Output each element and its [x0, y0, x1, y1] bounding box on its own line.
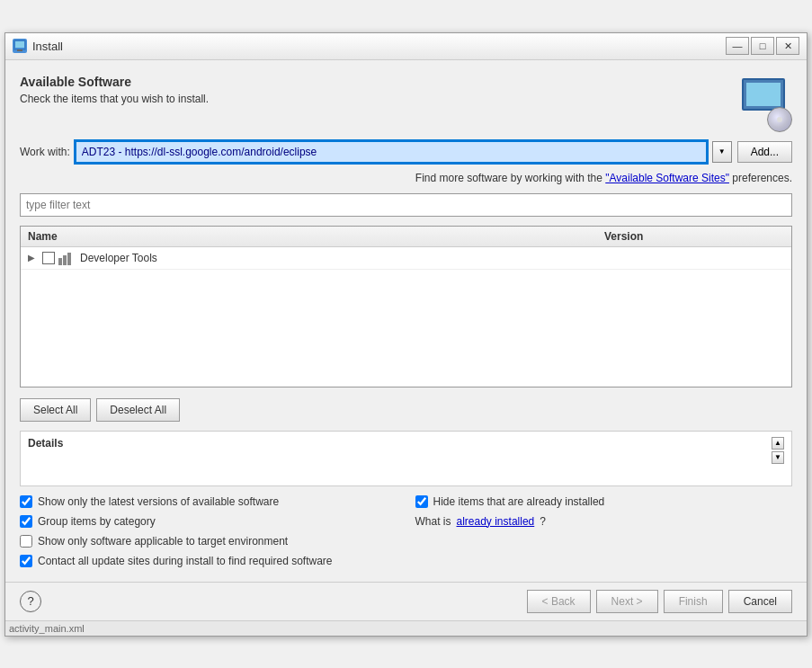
back-button[interactable]: < Back	[527, 590, 591, 613]
close-button[interactable]: ✕	[776, 37, 799, 55]
option-group-by-category-label: Group items by category	[38, 515, 156, 528]
footer: ? < Back Next > Finish Cancel	[5, 582, 807, 620]
work-with-input[interactable]	[76, 141, 707, 163]
details-scrollbar: ▲ ▼	[772, 437, 784, 464]
what-is-suffix: ?	[540, 515, 546, 528]
options-section: Show only the latest versions of availab…	[20, 495, 792, 567]
option-group-by-category-checkbox[interactable]	[20, 515, 32, 528]
help-button[interactable]: ?	[20, 591, 41, 612]
option-hide-installed-checkbox[interactable]	[415, 495, 428, 508]
work-with-dropdown[interactable]: ▼	[712, 141, 732, 163]
version-column-header: Version	[604, 230, 784, 243]
software-table: Name Version ▶ Developer Tools	[20, 226, 792, 387]
maximize-button[interactable]: □	[751, 37, 774, 55]
select-all-button[interactable]: Select All	[20, 398, 91, 422]
option-latest-versions[interactable]: Show only the latest versions of availab…	[20, 495, 397, 508]
taskbar-hint: activity_main.xml	[5, 620, 807, 636]
option-target-environment-checkbox[interactable]	[20, 535, 32, 548]
monitor-screen	[746, 83, 781, 106]
cancel-button[interactable]: Cancel	[728, 590, 792, 613]
option-hide-installed[interactable]: Hide items that are already installed	[415, 495, 793, 508]
header-section: Available Software Check the items that …	[20, 75, 792, 132]
row-checkbox[interactable]	[42, 252, 55, 264]
add-button[interactable]: Add...	[737, 141, 792, 163]
option-hide-installed-label: Hide items that are already installed	[433, 495, 605, 508]
deselect-all-button[interactable]: Deselect All	[96, 398, 180, 422]
what-is-prefix: What is	[415, 515, 451, 528]
next-button[interactable]: Next >	[596, 590, 658, 613]
header-text: Available Software Check the items that …	[20, 75, 209, 105]
option-contact-update-sites-checkbox[interactable]	[20, 555, 32, 567]
already-installed-link[interactable]: already installed	[457, 515, 535, 528]
details-section: Details ▲ ▼	[20, 431, 792, 486]
name-column-header: Name	[28, 230, 604, 243]
what-is-installed-row: What is already installed ?	[415, 515, 793, 528]
developer-tools-label: Developer Tools	[80, 252, 157, 264]
option-latest-versions-label: Show only the latest versions of availab…	[38, 495, 279, 508]
option-target-environment[interactable]: Show only software applicable to target …	[20, 535, 397, 548]
scroll-down-arrow[interactable]: ▼	[772, 451, 784, 464]
svg-rect-1	[15, 41, 24, 48]
section-subtitle: Check the items that you wish to install…	[20, 93, 209, 105]
filter-input[interactable]	[20, 193, 792, 217]
svg-rect-2	[17, 49, 22, 51]
details-label: Details	[28, 437, 63, 450]
option-contact-update-sites-label: Contact all update sites during install …	[38, 555, 333, 567]
action-buttons: Select All Deselect All	[20, 396, 792, 422]
option-latest-versions-checkbox[interactable]	[20, 495, 32, 508]
available-sites-link[interactable]: "Available Software Sites"	[605, 172, 729, 184]
options-right: Hide items that are already installed Wh…	[415, 495, 793, 567]
cd-icon	[767, 107, 792, 132]
monitor-icon	[742, 78, 785, 111]
window-icon	[13, 39, 27, 53]
options-left: Show only the latest versions of availab…	[20, 495, 397, 567]
details-content: Details	[28, 437, 63, 480]
option-contact-update-sites[interactable]: Contact all update sites during install …	[20, 555, 397, 567]
main-content: Available Software Check the items that …	[5, 60, 807, 582]
work-with-label: Work with:	[20, 146, 70, 158]
title-bar-controls: — □ ✕	[726, 37, 799, 55]
minimize-button[interactable]: —	[726, 37, 749, 55]
window-title: Install	[32, 40, 726, 53]
expand-arrow[interactable]: ▶	[28, 253, 42, 263]
work-with-section: Work with: ▼ Add...	[20, 141, 792, 163]
find-more-row: Find more software by working with the "…	[20, 172, 792, 184]
option-target-environment-label: Show only software applicable to target …	[38, 535, 288, 548]
table-header: Name Version	[21, 227, 791, 247]
find-more-text: Find more software by working with the "…	[415, 172, 792, 184]
scroll-up-arrow[interactable]: ▲	[772, 437, 784, 450]
option-group-by-category[interactable]: Group items by category	[20, 515, 397, 528]
header-icon	[735, 75, 792, 132]
title-bar: Install — □ ✕	[5, 33, 807, 60]
section-title: Available Software	[20, 75, 209, 89]
table-row: ▶ Developer Tools	[21, 247, 791, 270]
developer-tools-icon	[58, 251, 76, 265]
install-window: Install — □ ✕ Available Software Check t…	[4, 32, 808, 637]
finish-button[interactable]: Finish	[664, 590, 723, 613]
